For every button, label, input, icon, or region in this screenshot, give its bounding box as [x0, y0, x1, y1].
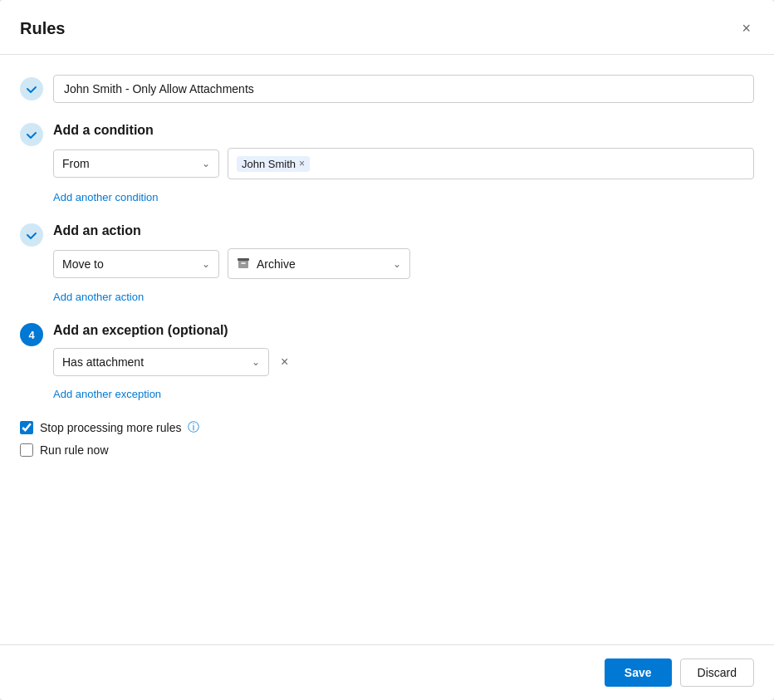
condition-dropdown[interactable]: From ⌄	[53, 149, 219, 178]
rule-name-input[interactable]	[53, 75, 754, 103]
run-rule-now-label: Run rule now	[40, 443, 109, 457]
tag-label: John Smith	[242, 158, 296, 170]
chevron-down-icon: ⌄	[202, 158, 210, 169]
modal-footer: Save Discard	[0, 644, 774, 700]
destination-label: Archive	[257, 257, 380, 271]
modal-header: Rules ×	[0, 0, 774, 55]
run-rule-now-checkbox[interactable]	[20, 443, 33, 457]
action-content: Add an action Move to ⌄	[53, 223, 754, 303]
exception-title: Add an exception (optional)	[53, 323, 754, 338]
condition-title: Add a condition	[53, 123, 754, 138]
condition-dropdown-label: From	[62, 157, 195, 170]
rules-modal: Rules × Add a condition	[0, 0, 774, 700]
exception-dropdown[interactable]: Has attachment ⌄	[53, 348, 269, 376]
exception-row: Has attachment ⌄ ×	[53, 348, 754, 376]
action-dropdown[interactable]: Move to ⌄	[53, 250, 219, 278]
tag-remove-button[interactable]: ×	[299, 159, 305, 169]
stop-processing-checkbox[interactable]	[20, 421, 33, 434]
add-action-button[interactable]: Add another action	[53, 291, 144, 303]
step3-circle	[20, 223, 43, 247]
stop-processing-label: Stop processing more rules	[40, 421, 181, 434]
action-title: Add an action	[53, 223, 754, 238]
exception-section: 4 Add an exception (optional) Has attach…	[20, 323, 754, 400]
exception-content: Add an exception (optional) Has attachme…	[53, 323, 754, 400]
condition-content: Add a condition From ⌄ John Smith × Add …	[53, 123, 754, 203]
exception-dropdown-label: Has attachment	[62, 355, 245, 369]
action-controls: Move to ⌄ Archive ⌄	[53, 248, 754, 279]
condition-section: Add a condition From ⌄ John Smith × Add …	[20, 123, 754, 203]
modal-title: Rules	[20, 19, 65, 38]
condition-controls: From ⌄ John Smith ×	[53, 148, 754, 179]
svg-rect-0	[238, 258, 249, 261]
step2-circle	[20, 123, 43, 146]
step4-circle: 4	[20, 323, 43, 346]
stop-processing-row: Stop processing more rules ⓘ	[20, 420, 754, 435]
chevron-down-icon: ⌄	[252, 356, 260, 368]
add-condition-button[interactable]: Add another condition	[53, 191, 158, 203]
info-icon[interactable]: ⓘ	[188, 420, 199, 435]
save-button[interactable]: Save	[605, 658, 672, 687]
chevron-down-icon: ⌄	[202, 258, 210, 270]
discard-button[interactable]: Discard	[680, 658, 754, 687]
checkboxes-section: Stop processing more rules ⓘ Run rule no…	[20, 420, 754, 457]
rule-name-row	[20, 75, 754, 103]
close-button[interactable]: ×	[738, 17, 754, 41]
archive-icon	[237, 256, 250, 272]
action-section: Add an action Move to ⌄	[20, 223, 754, 303]
modal-body: Add a condition From ⌄ John Smith × Add …	[0, 55, 774, 644]
run-rule-now-row: Run rule now	[20, 443, 754, 457]
condition-tag: John Smith ×	[237, 156, 310, 172]
step1-circle	[20, 77, 43, 100]
destination-dropdown[interactable]: Archive ⌄	[228, 248, 410, 279]
condition-value-input[interactable]: John Smith ×	[228, 148, 754, 179]
remove-exception-button[interactable]: ×	[277, 351, 291, 373]
step4-number: 4	[28, 329, 34, 341]
add-exception-button[interactable]: Add another exception	[53, 388, 161, 400]
chevron-down-icon: ⌄	[393, 258, 401, 270]
action-dropdown-label: Move to	[62, 257, 195, 271]
